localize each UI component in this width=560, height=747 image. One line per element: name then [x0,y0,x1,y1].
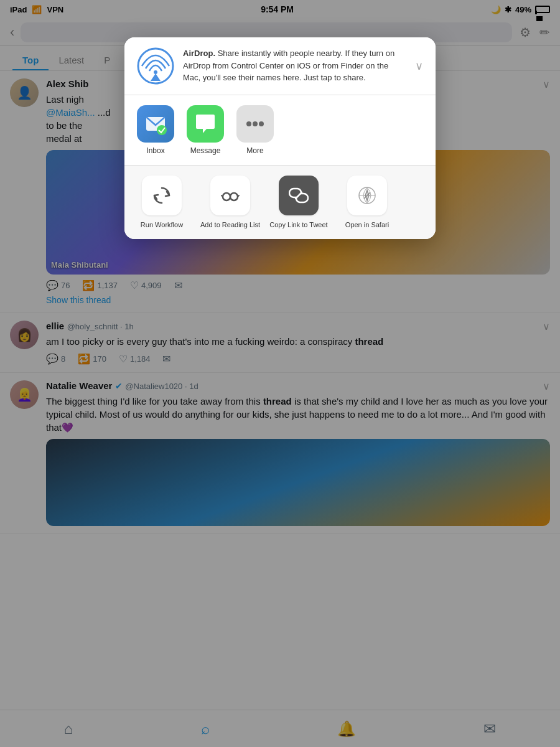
workflow-label: Run Workflow [141,220,183,229]
reading-list-icon-wrap [210,176,250,215]
copy-link-label: Copy Link to Tweet [269,220,327,229]
safari-icon-wrap [347,176,387,215]
airdrop-description: AirDrop. Share instantly with people nea… [183,47,406,84]
more-label: More [246,146,263,155]
share-app-inbox[interactable]: Inbox [137,105,174,155]
actions-row: Run Workflow Add to Reading List [124,166,436,239]
share-app-message[interactable]: Message [187,105,224,155]
message-icon [187,105,224,143]
action-copy-link[interactable]: Copy Link to Tweet [268,176,330,229]
svg-line-10 [222,195,223,197]
inbox-label: Inbox [146,146,164,155]
svg-line-12 [296,192,302,199]
airdrop-chevron: ∨ [415,59,423,73]
app-row: Inbox Message [124,95,436,166]
message-label: Message [190,146,221,155]
safari-label: Open in Safari [345,220,389,229]
action-reading-list[interactable]: Add to Reading List [199,176,261,229]
svg-point-8 [230,193,238,200]
copy-link-icon-wrap [279,176,319,215]
share-app-more[interactable]: More [236,105,274,155]
action-run-workflow[interactable]: Run Workflow [131,176,193,229]
action-open-safari[interactable]: Open in Safari [336,176,398,229]
airdrop-icon [137,47,174,85]
svg-line-11 [238,195,239,197]
svg-point-5 [253,121,258,126]
svg-point-3 [157,125,167,135]
more-apps-icon [236,105,274,143]
workflow-icon-wrap [142,176,182,215]
share-overlay[interactable]: AirDrop. Share instantly with people nea… [0,0,560,747]
svg-point-7 [223,193,230,200]
svg-point-1 [154,70,157,74]
airdrop-section: AirDrop. Share instantly with people nea… [124,37,436,95]
svg-point-4 [246,121,251,126]
reading-list-label: Add to Reading List [200,220,260,229]
share-sheet: AirDrop. Share instantly with people nea… [124,37,436,239]
inbox-icon [137,105,174,143]
svg-point-6 [259,121,264,126]
